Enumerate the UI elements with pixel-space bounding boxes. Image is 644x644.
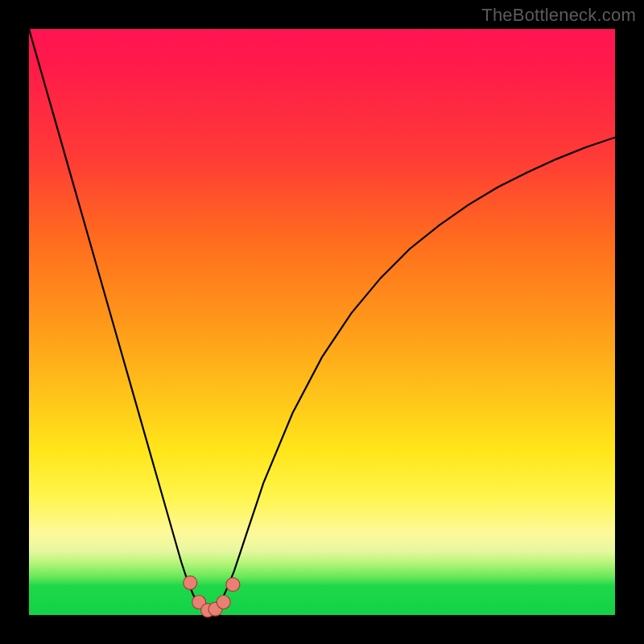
chart-frame: TheBottleneck.com bbox=[0, 0, 644, 644]
plot-area bbox=[29, 29, 615, 615]
data-point bbox=[192, 595, 206, 609]
data-point bbox=[217, 595, 230, 609]
data-point bbox=[184, 576, 197, 589]
data-point bbox=[208, 602, 222, 616]
bottleneck-curve bbox=[29, 29, 615, 615]
data-point bbox=[226, 578, 240, 592]
data-point bbox=[201, 604, 215, 617]
watermark-text: TheBottleneck.com bbox=[481, 5, 636, 26]
